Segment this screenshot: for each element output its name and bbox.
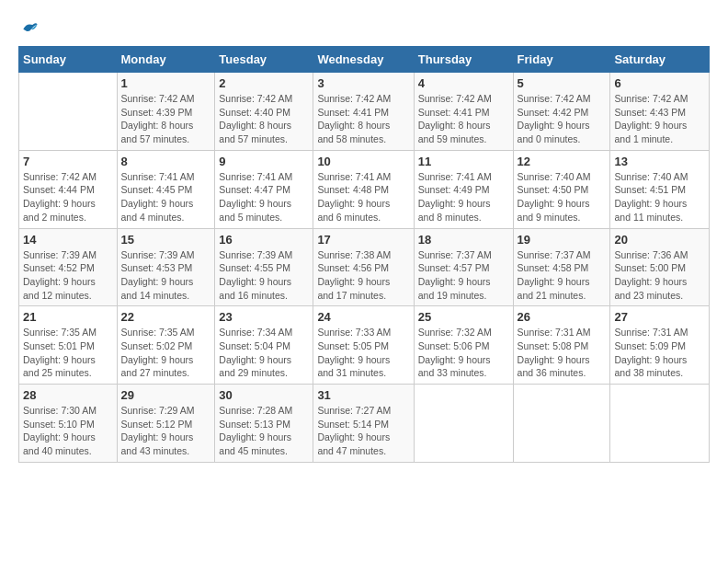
calendar-cell: 14Sunrise: 7:39 AMSunset: 4:52 PMDayligh… bbox=[19, 228, 118, 306]
day-number: 27 bbox=[614, 310, 705, 324]
day-number: 3 bbox=[317, 76, 409, 90]
day-number: 26 bbox=[518, 310, 607, 324]
day-number: 2 bbox=[219, 76, 309, 90]
day-detail: Sunrise: 7:28 AMSunset: 5:13 PMDaylight:… bbox=[219, 404, 309, 458]
logo bbox=[18, 18, 39, 37]
day-detail: Sunrise: 7:42 AMSunset: 4:42 PMDaylight:… bbox=[518, 92, 607, 146]
column-header-wednesday: Wednesday bbox=[313, 47, 414, 73]
calendar-cell: 6Sunrise: 7:42 AMSunset: 4:43 PMDaylight… bbox=[610, 73, 710, 151]
day-number: 18 bbox=[418, 233, 509, 247]
column-header-monday: Monday bbox=[117, 47, 215, 73]
calendar-cell: 3Sunrise: 7:42 AMSunset: 4:41 PMDaylight… bbox=[313, 73, 414, 151]
calendar-cell bbox=[19, 73, 118, 151]
day-detail: Sunrise: 7:42 AMSunset: 4:39 PMDaylight:… bbox=[121, 92, 211, 146]
day-detail: Sunrise: 7:31 AMSunset: 5:09 PMDaylight:… bbox=[614, 326, 705, 380]
calendar-week-row: 7Sunrise: 7:42 AMSunset: 4:44 PMDaylight… bbox=[19, 150, 710, 228]
calendar-week-row: 28Sunrise: 7:30 AMSunset: 5:10 PMDayligh… bbox=[19, 385, 710, 463]
calendar-cell: 12Sunrise: 7:40 AMSunset: 4:50 PMDayligh… bbox=[513, 150, 610, 228]
day-detail: Sunrise: 7:36 AMSunset: 5:00 PMDaylight:… bbox=[614, 248, 705, 303]
day-number: 28 bbox=[23, 388, 113, 402]
column-header-friday: Friday bbox=[513, 47, 610, 73]
day-number: 7 bbox=[23, 155, 113, 168]
day-number: 14 bbox=[23, 233, 113, 247]
day-detail: Sunrise: 7:40 AMSunset: 4:51 PMDaylight:… bbox=[614, 170, 705, 224]
day-detail: Sunrise: 7:39 AMSunset: 4:53 PMDaylight:… bbox=[121, 248, 211, 303]
column-header-tuesday: Tuesday bbox=[215, 47, 313, 73]
day-number: 9 bbox=[219, 155, 309, 168]
day-number: 25 bbox=[418, 310, 509, 324]
calendar-cell: 1Sunrise: 7:42 AMSunset: 4:39 PMDaylight… bbox=[117, 73, 215, 151]
calendar-cell: 28Sunrise: 7:30 AMSunset: 5:10 PMDayligh… bbox=[19, 385, 118, 463]
day-detail: Sunrise: 7:42 AMSunset: 4:43 PMDaylight:… bbox=[614, 92, 705, 146]
day-number: 23 bbox=[219, 310, 309, 324]
day-number: 29 bbox=[121, 388, 211, 402]
day-number: 8 bbox=[121, 155, 211, 168]
calendar-cell: 20Sunrise: 7:36 AMSunset: 5:00 PMDayligh… bbox=[610, 228, 710, 306]
calendar-week-row: 1Sunrise: 7:42 AMSunset: 4:39 PMDaylight… bbox=[19, 73, 710, 151]
day-detail: Sunrise: 7:42 AMSunset: 4:44 PMDaylight:… bbox=[23, 170, 113, 224]
day-number: 31 bbox=[317, 388, 409, 402]
calendar-cell bbox=[513, 385, 610, 463]
calendar-cell: 7Sunrise: 7:42 AMSunset: 4:44 PMDaylight… bbox=[19, 150, 118, 228]
day-detail: Sunrise: 7:29 AMSunset: 5:12 PMDaylight:… bbox=[121, 404, 211, 458]
calendar-week-row: 21Sunrise: 7:35 AMSunset: 5:01 PMDayligh… bbox=[19, 306, 710, 385]
calendar-cell: 18Sunrise: 7:37 AMSunset: 4:57 PMDayligh… bbox=[414, 228, 513, 306]
calendar-cell: 15Sunrise: 7:39 AMSunset: 4:53 PMDayligh… bbox=[117, 228, 215, 306]
calendar-cell: 10Sunrise: 7:41 AMSunset: 4:48 PMDayligh… bbox=[313, 150, 414, 228]
day-number: 22 bbox=[121, 310, 211, 324]
day-detail: Sunrise: 7:34 AMSunset: 5:04 PMDaylight:… bbox=[219, 326, 309, 380]
day-number: 17 bbox=[317, 233, 409, 247]
calendar-cell: 31Sunrise: 7:27 AMSunset: 5:14 PMDayligh… bbox=[313, 385, 414, 463]
day-detail: Sunrise: 7:39 AMSunset: 4:52 PMDaylight:… bbox=[23, 248, 113, 303]
calendar-cell bbox=[414, 385, 513, 463]
calendar-cell: 22Sunrise: 7:35 AMSunset: 5:02 PMDayligh… bbox=[117, 306, 215, 385]
calendar-table: SundayMondayTuesdayWednesdayThursdayFrid… bbox=[18, 46, 710, 463]
day-detail: Sunrise: 7:41 AMSunset: 4:47 PMDaylight:… bbox=[219, 170, 309, 224]
day-detail: Sunrise: 7:35 AMSunset: 5:01 PMDaylight:… bbox=[23, 326, 113, 380]
day-detail: Sunrise: 7:42 AMSunset: 4:41 PMDaylight:… bbox=[418, 92, 509, 146]
calendar-cell: 9Sunrise: 7:41 AMSunset: 4:47 PMDaylight… bbox=[215, 150, 313, 228]
day-detail: Sunrise: 7:41 AMSunset: 4:49 PMDaylight:… bbox=[418, 170, 509, 224]
logo-bird-icon bbox=[20, 18, 39, 37]
day-detail: Sunrise: 7:37 AMSunset: 4:58 PMDaylight:… bbox=[518, 248, 607, 303]
day-number: 12 bbox=[518, 155, 607, 168]
day-detail: Sunrise: 7:39 AMSunset: 4:55 PMDaylight:… bbox=[219, 248, 309, 303]
calendar-cell: 17Sunrise: 7:38 AMSunset: 4:56 PMDayligh… bbox=[313, 228, 414, 306]
day-number: 11 bbox=[418, 155, 509, 168]
calendar-cell: 23Sunrise: 7:34 AMSunset: 5:04 PMDayligh… bbox=[215, 306, 313, 385]
calendar-cell: 8Sunrise: 7:41 AMSunset: 4:45 PMDaylight… bbox=[117, 150, 215, 228]
calendar-cell: 16Sunrise: 7:39 AMSunset: 4:55 PMDayligh… bbox=[215, 228, 313, 306]
day-detail: Sunrise: 7:38 AMSunset: 4:56 PMDaylight:… bbox=[317, 248, 409, 303]
day-detail: Sunrise: 7:41 AMSunset: 4:48 PMDaylight:… bbox=[317, 170, 409, 224]
day-number: 24 bbox=[317, 310, 409, 324]
calendar-header-row: SundayMondayTuesdayWednesdayThursdayFrid… bbox=[19, 47, 710, 73]
day-number: 6 bbox=[614, 76, 705, 90]
calendar-cell: 5Sunrise: 7:42 AMSunset: 4:42 PMDaylight… bbox=[513, 73, 610, 151]
day-number: 5 bbox=[518, 76, 607, 90]
day-number: 19 bbox=[518, 233, 607, 247]
day-number: 15 bbox=[121, 233, 211, 247]
calendar-cell: 21Sunrise: 7:35 AMSunset: 5:01 PMDayligh… bbox=[19, 306, 118, 385]
calendar-cell: 25Sunrise: 7:32 AMSunset: 5:06 PMDayligh… bbox=[414, 306, 513, 385]
day-detail: Sunrise: 7:30 AMSunset: 5:10 PMDaylight:… bbox=[23, 404, 113, 458]
day-detail: Sunrise: 7:42 AMSunset: 4:40 PMDaylight:… bbox=[219, 92, 309, 146]
calendar-cell: 19Sunrise: 7:37 AMSunset: 4:58 PMDayligh… bbox=[513, 228, 610, 306]
column-header-sunday: Sunday bbox=[19, 47, 118, 73]
calendar-cell: 24Sunrise: 7:33 AMSunset: 5:05 PMDayligh… bbox=[313, 306, 414, 385]
day-number: 1 bbox=[121, 76, 211, 90]
calendar-cell: 27Sunrise: 7:31 AMSunset: 5:09 PMDayligh… bbox=[610, 306, 710, 385]
page-header bbox=[18, 18, 710, 37]
calendar-week-row: 14Sunrise: 7:39 AMSunset: 4:52 PMDayligh… bbox=[19, 228, 710, 306]
calendar-cell: 30Sunrise: 7:28 AMSunset: 5:13 PMDayligh… bbox=[215, 385, 313, 463]
day-number: 13 bbox=[614, 155, 705, 168]
calendar-cell: 26Sunrise: 7:31 AMSunset: 5:08 PMDayligh… bbox=[513, 306, 610, 385]
day-detail: Sunrise: 7:41 AMSunset: 4:45 PMDaylight:… bbox=[121, 170, 211, 224]
day-number: 21 bbox=[23, 310, 113, 324]
day-detail: Sunrise: 7:40 AMSunset: 4:50 PMDaylight:… bbox=[518, 170, 607, 224]
day-detail: Sunrise: 7:35 AMSunset: 5:02 PMDaylight:… bbox=[121, 326, 211, 380]
day-number: 20 bbox=[614, 233, 705, 247]
column-header-thursday: Thursday bbox=[414, 47, 513, 73]
calendar-cell: 29Sunrise: 7:29 AMSunset: 5:12 PMDayligh… bbox=[117, 385, 215, 463]
calendar-cell: 2Sunrise: 7:42 AMSunset: 4:40 PMDaylight… bbox=[215, 73, 313, 151]
day-detail: Sunrise: 7:37 AMSunset: 4:57 PMDaylight:… bbox=[418, 248, 509, 303]
